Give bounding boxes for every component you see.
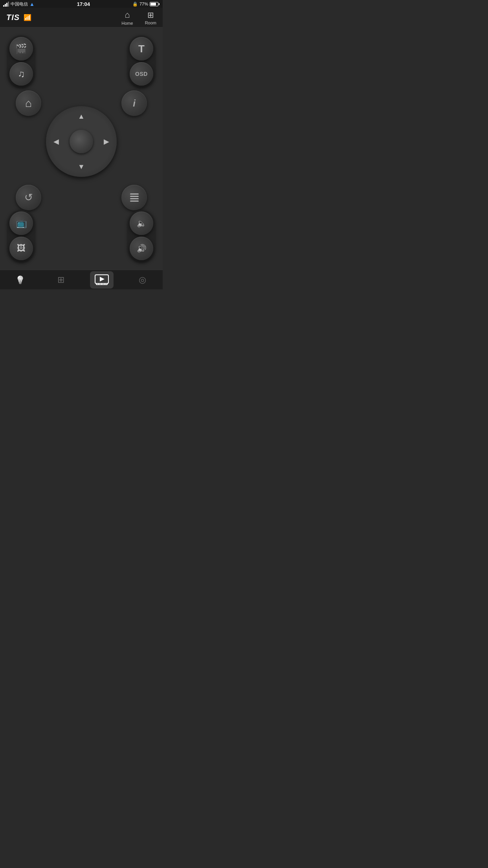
- media-btn-group: 🎬 ♫: [8, 35, 35, 87]
- light-icon: 💡: [15, 275, 25, 285]
- home-nav-label: Home: [121, 21, 133, 26]
- tab-target[interactable]: ◎: [130, 271, 154, 289]
- down-icon: ▼: [78, 163, 85, 171]
- volume-up-icon: 🔊: [137, 244, 147, 253]
- carrier-label: 中国电信: [11, 1, 28, 7]
- back-icon: ↺: [24, 191, 33, 204]
- media-play-icon: [95, 274, 109, 285]
- t-button[interactable]: T: [130, 37, 153, 61]
- tab-bar: 💡 ⊞ ◎: [0, 270, 163, 289]
- t-icon: T: [138, 43, 145, 55]
- text-btn-group: T OSD: [128, 35, 155, 87]
- tv-icon: 📺: [16, 218, 27, 228]
- top-left-group: 🎬 ♫ T OSD: [0, 35, 163, 87]
- home-nav-icon: ⌂: [125, 10, 130, 20]
- wifi-icon: 📶: [24, 14, 31, 21]
- tab-media[interactable]: [90, 271, 114, 289]
- status-right: 🔒 77%: [132, 2, 160, 7]
- volume-up-button[interactable]: 🔊: [130, 237, 153, 260]
- battery-percent: 77%: [139, 2, 148, 6]
- photo-button[interactable]: 🖼: [9, 237, 33, 260]
- home-button[interactable]: ⌂: [16, 90, 41, 116]
- wifi-status-icon: ▲: [29, 1, 35, 7]
- menu-button[interactable]: [121, 185, 147, 210]
- music-icon: ♫: [18, 68, 25, 79]
- left-icon: ◀: [53, 137, 59, 146]
- header-nav: ⌂ Home ⊞ Room: [121, 10, 156, 26]
- dpad-up-arrow[interactable]: ▲: [74, 109, 88, 123]
- tv-button[interactable]: 📺: [9, 211, 33, 235]
- hamburger-icon: [130, 193, 139, 202]
- tv-photo-group: 📺 🖼: [8, 210, 35, 262]
- signal-icon: [3, 2, 9, 7]
- battery-icon: [150, 2, 160, 6]
- status-left: 中国电信 ▲: [3, 1, 35, 7]
- volume-group: 🔈 🔊: [128, 210, 155, 262]
- remote-body: 🎬 ♫ T OSD ⌂ i ▲: [0, 28, 163, 270]
- tab-grid[interactable]: ⊞: [49, 271, 73, 289]
- music-button[interactable]: ♫: [9, 62, 33, 86]
- osd-button[interactable]: OSD: [130, 62, 153, 86]
- svg-marker-1: [100, 277, 105, 281]
- photo-icon: 🖼: [17, 243, 26, 254]
- dpad-wrapper: ▲ ▼ ◀ ▶: [46, 106, 117, 177]
- volume-down-icon: 🔈: [137, 219, 147, 228]
- nav-home[interactable]: ⌂ Home: [121, 10, 133, 26]
- dpad-center-button[interactable]: [70, 130, 93, 153]
- up-icon: ▲: [78, 112, 85, 121]
- dpad-left-arrow[interactable]: ◀: [49, 134, 63, 149]
- info-icon: i: [133, 98, 136, 109]
- bottom-section: 📺 🖼 🔈 🔊: [0, 210, 163, 262]
- grid-icon: ⊞: [57, 275, 64, 285]
- room-nav-label: Room: [145, 20, 156, 25]
- status-bar: 中国电信 ▲ 17:04 🔒 77%: [0, 0, 163, 8]
- back-button[interactable]: ↺: [16, 185, 41, 210]
- tis-logo: TIS: [6, 13, 20, 22]
- nav-room[interactable]: ⊞ Room: [145, 10, 156, 25]
- tab-light[interactable]: 💡: [9, 271, 32, 289]
- right-icon: ▶: [104, 137, 109, 146]
- home-icon: ⌂: [25, 97, 32, 110]
- film-icon: 🎬: [15, 43, 27, 54]
- target-icon: ◎: [139, 275, 146, 285]
- dpad-down-arrow[interactable]: ▼: [74, 160, 88, 174]
- info-button[interactable]: i: [121, 90, 147, 116]
- header-left: TIS 📶: [6, 13, 31, 22]
- room-nav-icon: ⊞: [147, 10, 154, 20]
- film-button[interactable]: 🎬: [9, 37, 33, 61]
- status-time: 17:04: [77, 1, 90, 7]
- dpad: ▲ ▼ ◀ ▶: [46, 106, 117, 177]
- lock-icon: 🔒: [132, 2, 138, 7]
- osd-icon: OSD: [135, 71, 148, 77]
- lower-middle-section: ↺: [0, 185, 163, 210]
- dpad-right-arrow[interactable]: ▶: [99, 134, 114, 149]
- app-header: TIS 📶 ⌂ Home ⊞ Room: [0, 8, 163, 28]
- volume-down-button[interactable]: 🔈: [130, 211, 153, 235]
